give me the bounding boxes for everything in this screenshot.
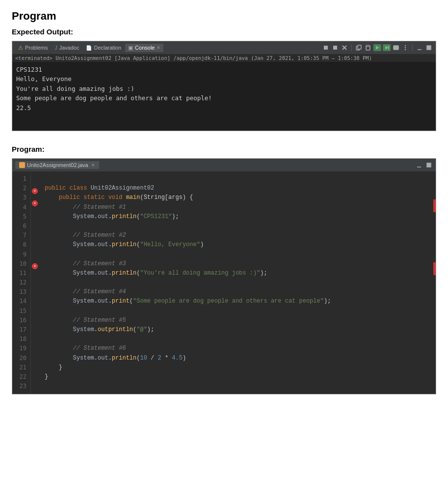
screenshot-button[interactable] [392, 44, 400, 51]
svg-rect-5 [358, 45, 361, 49]
right-error-gutter [431, 171, 436, 394]
toolbar-divider [351, 44, 352, 51]
right-error-8 [433, 262, 436, 275]
console-status-bar: <terminated> Unito2Assignment02 [Java Ap… [12, 54, 436, 62]
line-21: } [45, 364, 62, 371]
tab-problems-label: Problems [25, 45, 48, 51]
expected-output-label: Expected Output: [12, 28, 436, 36]
console-icon: ▣ [128, 45, 133, 51]
tab-console-badge: ✕ [157, 45, 160, 50]
stop-button[interactable] [322, 44, 330, 51]
console-toolbar: ⚠ Problems J Javadoc 📄 Declaration ▣ Con… [12, 41, 436, 54]
right-error-3 [433, 199, 436, 212]
java-file-icon [19, 162, 25, 168]
tab-declaration[interactable]: 📄 Declaration [83, 44, 124, 52]
minimize-button[interactable] [416, 44, 423, 51]
error-marker-line3[interactable] [32, 200, 38, 206]
line-22: } [45, 373, 48, 380]
svg-rect-17 [427, 46, 431, 50]
svg-rect-1 [333, 46, 337, 50]
declaration-icon: 📄 [86, 45, 92, 51]
console-toolbar-icons [322, 44, 433, 51]
error-marker-line2[interactable] [32, 188, 38, 194]
code-panel: Unito2Assignment02.java ✕ 1 2 3 4 5 6 7 … [12, 158, 436, 394]
tab-declaration-label: Declaration [94, 45, 121, 51]
tab-javadoc[interactable]: J Javadoc [52, 44, 82, 52]
line-19: // Statement #6 [45, 345, 126, 352]
code-filename: Unito2Assignment02.java [27, 162, 88, 168]
output-line-1: CPS1231 [16, 65, 432, 74]
line-8: System.out.println("Hello, Everyone") [45, 241, 204, 248]
output-line-5: 22.5 [16, 103, 432, 112]
code-maximize-button[interactable] [425, 162, 433, 168]
code-tab-badge: ✕ [91, 163, 95, 168]
line-4: // Statement #1 [45, 204, 126, 211]
svg-marker-8 [376, 46, 379, 50]
tab-problems[interactable]: ⚠ Problems [15, 44, 51, 52]
console-output: CPS1231 Hello, Everyone You're all doing… [12, 62, 436, 131]
line-20: System.out.println(10 / 2 * 4.5) [45, 355, 186, 362]
console-panel: ⚠ Problems J Javadoc 📄 Declaration ▣ Con… [12, 41, 436, 131]
line-10: // Statement #3 [45, 260, 126, 267]
run2-button[interactable] [383, 44, 391, 51]
output-line-4: Some people are dog people and others ar… [16, 93, 432, 103]
code-minimize-button[interactable] [415, 162, 423, 168]
line-7: // Statement #2 [45, 232, 126, 239]
copy-button[interactable] [355, 44, 363, 51]
code-content: 1 2 3 4 5 6 7 8 9 10 11 12 13 14 15 16 1… [12, 171, 436, 394]
terminate-button[interactable] [331, 44, 339, 51]
program-label: Program: [12, 145, 436, 153]
error-marker-line8[interactable] [32, 263, 38, 269]
svg-rect-0 [324, 46, 328, 50]
line-numbers: 1 2 3 4 5 6 7 8 9 10 11 12 13 14 15 16 1… [12, 171, 31, 394]
more-button[interactable] [401, 44, 409, 51]
line-11: System.out.println("You're all doing ama… [45, 270, 267, 277]
output-line-2: Hello, Everyone [16, 74, 432, 84]
tab-console-label: Console [135, 45, 155, 51]
line-17: System.outprintln("@"); [45, 326, 154, 333]
toolbar-divider2 [412, 44, 413, 51]
svg-point-13 [405, 45, 406, 46]
line-16: // Statement #5 [45, 317, 126, 324]
line-3: public static void main(String[args) { [45, 194, 193, 201]
svg-point-12 [395, 47, 397, 49]
tab-javadoc-label: Javadoc [59, 45, 79, 51]
svg-rect-7 [367, 45, 369, 47]
line-13: // Statement #4 [45, 288, 126, 295]
run-button[interactable] [373, 44, 381, 51]
svg-rect-19 [427, 163, 431, 167]
javadoc-icon: J [54, 45, 57, 51]
svg-point-15 [405, 49, 406, 50]
close-button[interactable] [341, 44, 348, 51]
svg-marker-9 [385, 46, 389, 50]
code-editor[interactable]: public class Unit02Assignment02 public s… [40, 171, 431, 394]
maximize-button[interactable] [425, 44, 433, 51]
code-toolbar-right [415, 162, 433, 168]
warning-icon: ⚠ [18, 45, 23, 51]
page-title: Program [12, 10, 436, 23]
code-tab-file[interactable]: Unito2Assignment02.java ✕ [15, 161, 99, 169]
paste-button[interactable] [364, 44, 372, 51]
error-gutter [31, 171, 40, 394]
line-2: public class Unit02Assignment02 [45, 185, 154, 192]
line-5: System.out.println("CPS1231"); [45, 213, 179, 220]
line-14: System.out.print("Some people are dog pe… [45, 298, 331, 305]
svg-point-14 [405, 47, 406, 48]
output-line-3: You're all doing amazing jobs :) [16, 84, 432, 93]
code-toolbar: Unito2Assignment02.java ✕ [12, 159, 436, 171]
tab-console[interactable]: ▣ Console ✕ [125, 44, 163, 52]
